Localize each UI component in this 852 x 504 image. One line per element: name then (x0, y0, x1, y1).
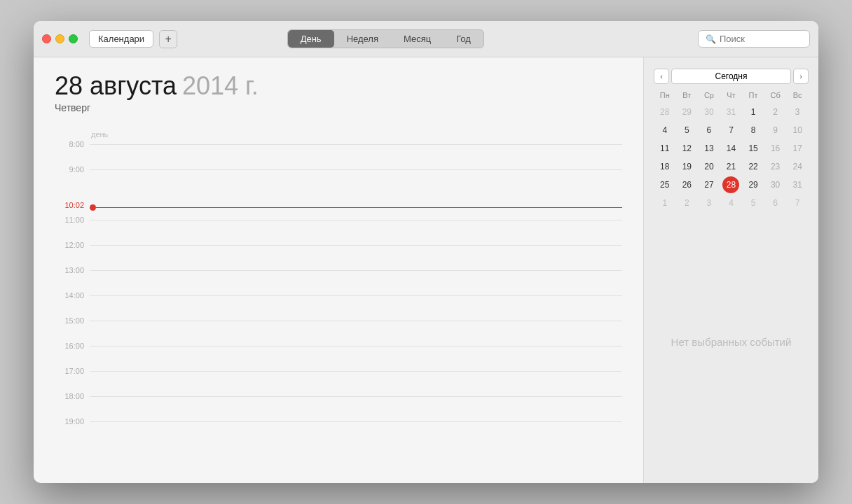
titlebar: Календари + День Неделя Месяц Год 🔍 (34, 21, 818, 57)
time-label-14: 14:00 (55, 291, 90, 300)
time-line-11 (90, 220, 622, 220)
day-name-wed: Ср (698, 90, 720, 101)
mini-cal-day[interactable]: 25 (657, 176, 673, 193)
mini-cal-day[interactable]: 28 (722, 176, 739, 193)
mini-cal-day[interactable]: 10 (789, 122, 806, 139)
mini-cal-day[interactable]: 1 (745, 104, 762, 120)
time-line-14 (90, 295, 622, 296)
maximize-button[interactable] (69, 34, 78, 43)
mini-cal-day[interactable]: 29 (745, 176, 762, 193)
mini-cal-day[interactable]: 11 (657, 140, 673, 157)
time-line-17 (90, 371, 622, 372)
time-label-19: 19:00 (55, 417, 90, 426)
date-black: 28 августа (55, 71, 177, 101)
mini-cal-day[interactable]: 3 (701, 195, 717, 211)
time-line-9 (90, 169, 622, 170)
mini-cal-day[interactable]: 4 (657, 122, 673, 139)
app-window: Календари + День Неделя Месяц Год 🔍 28 а… (34, 21, 818, 483)
mini-cal-days-header: Пн Вт Ср Чт Пт Сб Вс (654, 90, 809, 101)
tab-month[interactable]: Месяц (391, 30, 444, 48)
mini-cal-day[interactable]: 5 (745, 195, 762, 211)
mini-cal-day[interactable]: 7 (789, 195, 806, 211)
tab-day[interactable]: День (288, 30, 334, 48)
mini-cal-day[interactable]: 30 (767, 176, 784, 193)
mini-cal-day[interactable]: 5 (678, 122, 695, 139)
search-box[interactable]: 🔍 (698, 30, 810, 48)
mini-cal-day[interactable]: 31 (722, 104, 739, 120)
mini-cal-day[interactable]: 7 (722, 122, 739, 139)
time-row-9: 9:00 (55, 169, 622, 195)
mini-cal-day[interactable]: 12 (678, 140, 695, 157)
search-icon: 🔍 (706, 34, 716, 44)
date-line: 28 августа 2014 г. (55, 71, 622, 101)
mini-cal-day[interactable]: 23 (767, 158, 784, 175)
mini-cal-day[interactable]: 2 (678, 195, 695, 211)
mini-cal-day[interactable]: 17 (789, 140, 806, 157)
day-scroll[interactable]: день 8:00 9:00 10:02 (55, 126, 622, 483)
mini-cal-day[interactable]: 2 (767, 104, 784, 120)
time-row-19: 19:00 (55, 421, 622, 447)
mini-cal-day[interactable]: 22 (745, 158, 762, 175)
current-time-row: 10:02 (55, 195, 622, 220)
mini-cal-day[interactable]: 16 (767, 140, 784, 157)
day-view: 28 августа 2014 г. Четверг день 8:00 (34, 57, 643, 483)
time-label-18: 18:00 (55, 392, 90, 400)
mini-cal-day[interactable]: 18 (657, 158, 673, 175)
mini-cal-day[interactable]: 20 (701, 158, 717, 175)
mini-cal-week-3: 18192021222324 (654, 158, 809, 175)
mini-cal-day[interactable]: 3 (789, 104, 806, 120)
mini-cal-day[interactable]: 9 (767, 122, 784, 139)
mini-cal-day[interactable]: 31 (789, 176, 806, 193)
time-row-8: 8:00 (55, 144, 622, 169)
calendars-button[interactable]: Календари (89, 30, 153, 48)
mini-cal-day[interactable]: 21 (722, 158, 739, 175)
mini-cal-day[interactable]: 14 (722, 140, 739, 157)
time-label-15: 15:00 (55, 316, 90, 325)
mini-cal-prev-button[interactable]: ‹ (654, 69, 669, 84)
time-row-13: 13:00 (55, 270, 622, 295)
time-label-17: 17:00 (55, 367, 90, 375)
time-label-11: 11:00 (55, 216, 90, 224)
tab-year[interactable]: Год (444, 30, 483, 48)
mini-cal-grid: Пн Вт Ср Чт Пт Сб Вс 2829303112345678910… (654, 90, 809, 211)
current-time-dot (90, 204, 96, 211)
time-line-13 (90, 270, 622, 271)
time-line-12 (90, 245, 622, 246)
day-label-row: день (55, 126, 622, 143)
mini-cal-day[interactable]: 26 (678, 176, 695, 193)
mini-cal-day[interactable]: 1 (657, 195, 673, 211)
mini-cal-week-4: 25262728293031 (654, 176, 809, 193)
time-line-16 (90, 346, 622, 346)
time-row-17: 17:00 (55, 371, 622, 396)
date-grey: 2014 г. (182, 71, 259, 101)
mini-cal-day[interactable]: 27 (701, 176, 717, 193)
mini-cal-day[interactable]: 8 (745, 122, 762, 139)
mini-cal-day[interactable]: 6 (701, 122, 717, 139)
time-row-14: 14:00 (55, 295, 622, 321)
mini-cal-day[interactable]: 6 (767, 195, 784, 211)
time-row-18: 18:00 (55, 396, 622, 421)
view-tabs: День Неделя Месяц Год (287, 29, 484, 48)
time-line-18 (90, 396, 622, 397)
search-input[interactable] (720, 34, 802, 44)
mini-cal-day[interactable]: 29 (678, 104, 695, 120)
mini-cal-day[interactable]: 15 (745, 140, 762, 157)
day-header: 28 августа 2014 г. Четверг (55, 71, 622, 113)
time-line-8 (90, 144, 622, 145)
close-button[interactable] (42, 34, 51, 43)
mini-cal-day[interactable]: 30 (701, 104, 717, 120)
mini-cal-today-button[interactable]: Сегодня (671, 69, 791, 84)
mini-cal-day[interactable]: 19 (678, 158, 695, 175)
mini-cal-day[interactable]: 28 (657, 104, 673, 120)
mini-cal-next-button[interactable]: › (793, 69, 809, 84)
time-line-19 (90, 421, 622, 422)
mini-cal-week-5: 1234567 (654, 195, 809, 211)
time-row-11: 11:00 (55, 220, 622, 245)
minimize-button[interactable] (55, 34, 64, 43)
mini-cal-day[interactable]: 13 (701, 140, 717, 157)
mini-cal-day[interactable]: 4 (722, 195, 739, 211)
mini-cal-day[interactable]: 24 (789, 158, 806, 175)
tab-week[interactable]: Неделя (334, 30, 391, 48)
day-name-fri: Пт (742, 90, 764, 101)
add-event-button[interactable]: + (159, 30, 177, 48)
